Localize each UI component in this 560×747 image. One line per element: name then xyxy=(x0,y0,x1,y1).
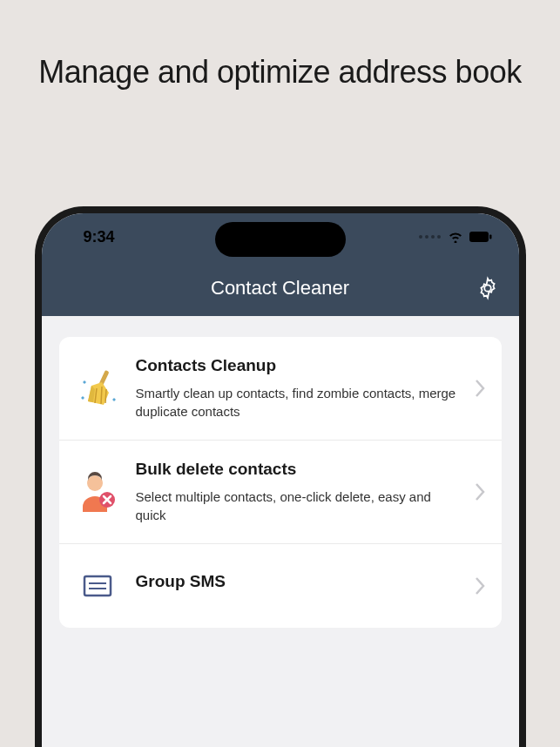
svg-rect-0 xyxy=(469,232,489,242)
settings-button[interactable] xyxy=(474,274,502,302)
chevron-right-icon xyxy=(474,378,486,399)
battery-icon xyxy=(469,231,493,243)
nav-bar: Contact Cleaner xyxy=(42,260,519,316)
list-item-group-sms[interactable]: Group SMS xyxy=(59,544,502,628)
svg-rect-1 xyxy=(489,235,492,239)
item-description: Select multiple contacts, one-click dele… xyxy=(136,488,458,524)
item-title: Bulk delete contacts xyxy=(136,460,458,479)
signal-icon xyxy=(419,235,441,239)
chevron-right-icon xyxy=(474,575,486,596)
list-item-bulk-delete[interactable]: Bulk delete contacts Select multiple con… xyxy=(59,441,502,544)
sms-icon xyxy=(75,563,120,609)
phone-mockup: 9:34 Contact Cleaner xyxy=(42,213,519,747)
feature-card: Contacts Cleanup Smartly clean up contac… xyxy=(59,337,502,628)
person-delete-icon xyxy=(75,469,120,515)
item-title: Group SMS xyxy=(136,572,458,591)
item-title: Contacts Cleanup xyxy=(136,356,458,375)
status-bar: 9:34 xyxy=(42,213,519,260)
list-item-cleanup[interactable]: Contacts Cleanup Smartly clean up contac… xyxy=(59,337,502,441)
status-time: 9:34 xyxy=(84,228,115,246)
item-description: Smartly clean up contacts, find zombie c… xyxy=(136,384,458,421)
broom-icon xyxy=(75,366,120,411)
status-indicators xyxy=(419,231,493,243)
chevron-right-icon xyxy=(474,481,486,502)
svg-point-2 xyxy=(484,285,490,291)
gear-icon xyxy=(476,276,500,300)
dynamic-island xyxy=(215,222,346,257)
svg-point-4 xyxy=(87,475,103,491)
hero-title: Manage and optimize address book xyxy=(0,0,560,126)
nav-title: Contact Cleaner xyxy=(211,277,349,299)
wifi-icon xyxy=(448,231,463,243)
content-area: Contacts Cleanup Smartly clean up contac… xyxy=(42,316,519,747)
svg-rect-6 xyxy=(84,576,111,596)
